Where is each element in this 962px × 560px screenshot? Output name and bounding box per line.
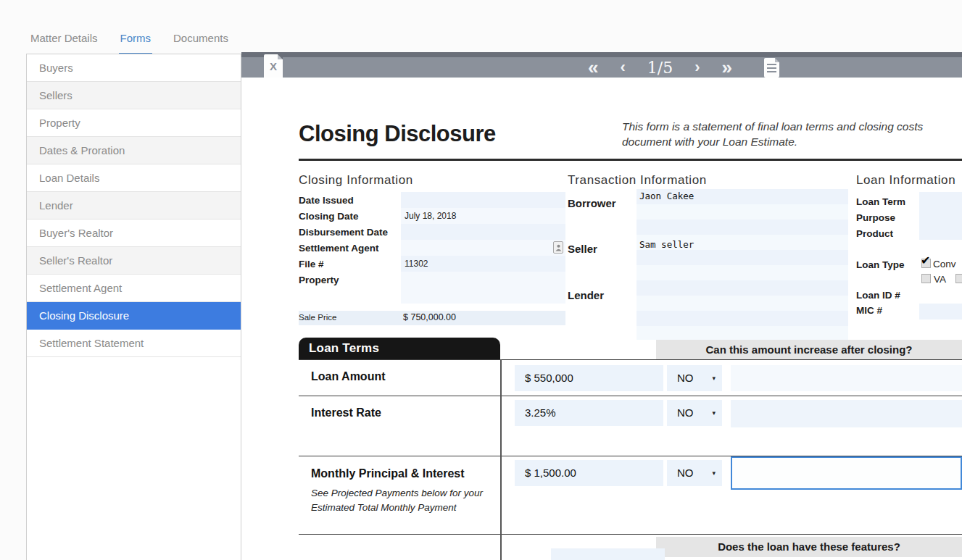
excel-export-icon[interactable]: X (264, 54, 283, 79)
closing-information-heading: Closing Information (299, 173, 413, 188)
tab-matter-details[interactable]: Matter Details (29, 28, 99, 54)
sale-price-value[interactable]: $ 750,000.00 (403, 312, 456, 322)
dropdown-caret-icon: ▾ (712, 460, 716, 486)
last-page-icon[interactable]: » (722, 58, 732, 77)
checkmark-icon: ✔ (921, 254, 930, 267)
next-page-icon[interactable]: › (694, 59, 700, 75)
dropdown-value: NO (677, 406, 694, 419)
sidebar-item-buyers-realtor[interactable]: Buyer's Realtor (27, 220, 241, 247)
file-number-field[interactable]: 11302 (401, 256, 565, 272)
loan-terms-heading: Loan Terms (299, 338, 500, 359)
interest-rate-increase-dropdown[interactable]: NO ▾ (667, 400, 722, 426)
page-title: Closing Disclosure (299, 121, 496, 147)
loan-id-label: Loan ID # (856, 290, 900, 301)
table-line (299, 534, 962, 535)
loan-type-va-checkbox[interactable] (921, 274, 931, 283)
loan-type-conventional-checkbox[interactable]: ✔ (921, 259, 931, 268)
loan-amount-detail-field[interactable] (731, 365, 962, 391)
header-divider (299, 159, 962, 161)
dropdown-caret-icon: ▾ (712, 365, 716, 391)
document-viewer: X « ‹ 1/5 › » Closing Disclosure This fo… (241, 52, 962, 560)
viewer-top-strip (241, 52, 962, 57)
sidebar-item-settlement-statement[interactable]: Settlement Statement (27, 330, 241, 357)
page-navigation: « ‹ 1/5 › » (588, 57, 779, 78)
borrower-value[interactable]: Jaon Cakee (639, 191, 694, 201)
monthly-pi-label: Monthly Principal & Interest (311, 467, 465, 480)
sidebar-item-property[interactable]: Property (27, 109, 241, 137)
page-indicator: 1/5 (647, 59, 673, 77)
settlement-agent-label: Settlement Agent (299, 243, 379, 254)
loan-type-conventional-label: Conv (933, 259, 956, 269)
sale-price-row: Sale Price $ 750,000.00 (299, 311, 565, 325)
prev-page-icon[interactable]: ‹ (620, 59, 625, 75)
forms-sidebar: Buyers Sellers Property Dates & Proratio… (26, 54, 241, 560)
tab-documents[interactable]: Documents (172, 28, 230, 54)
transaction-information-heading: Transaction Information (568, 173, 707, 188)
property-label: Property (299, 275, 339, 285)
increase-question-header: Can this amount increase after closing? (656, 340, 962, 359)
first-page-icon[interactable]: « (588, 58, 598, 77)
sidebar-item-settlement-agent[interactable]: Settlement Agent (27, 275, 241, 302)
table-column-divider (500, 359, 502, 560)
dropdown-value: NO (677, 372, 694, 384)
form-intro-text: This form is a statement of final loan t… (622, 119, 923, 149)
monthly-pi-detail-input[interactable] (731, 456, 962, 490)
closing-disclosure-page: Closing Disclosure This form is a statem… (241, 78, 962, 560)
tab-forms[interactable]: Forms (119, 28, 153, 54)
lender-label: Lender (568, 289, 604, 301)
sidebar-item-loan-details[interactable]: Loan Details (27, 164, 241, 192)
loan-info-fields-area[interactable] (919, 192, 962, 240)
sidebar-item-buyers[interactable]: Buyers (27, 54, 241, 82)
seller-label: Seller (568, 243, 597, 255)
date-issued-label: Date Issued (299, 195, 354, 206)
disbursement-date-label: Disbursement Date (299, 227, 388, 238)
mic-label: MIC # (856, 305, 882, 316)
loan-type-va-label: VA (934, 274, 946, 285)
features-field[interactable] (551, 548, 665, 560)
monthly-pi-note: See Projected Payments below for your Es… (311, 486, 483, 515)
sidebar-item-closing-disclosure[interactable]: Closing Disclosure (27, 302, 241, 330)
loan-type-label: Loan Type (856, 259, 905, 270)
form-intro-line2: document with your Loan Estimate. (622, 134, 923, 149)
property-field[interactable] (401, 272, 565, 304)
dropdown-value: NO (677, 467, 694, 479)
sidebar-item-lender[interactable]: Lender (27, 192, 241, 220)
interest-rate-label: Interest Rate (311, 406, 381, 419)
loan-amount-label: Loan Amount (311, 370, 386, 383)
loan-type-extra-checkbox[interactable] (955, 274, 962, 283)
interest-rate-detail-field[interactable] (731, 400, 962, 427)
table-line (299, 359, 962, 360)
transaction-fields-area[interactable] (637, 189, 848, 340)
monthly-pi-note-line1: See Projected Payments below for your (311, 486, 483, 501)
dropdown-caret-icon: ▾ (712, 400, 716, 426)
form-intro-line1: This form is a statement of final loan t… (622, 119, 923, 134)
features-question-header: Does the loan have these features? (656, 537, 962, 557)
top-nav-tabs: Matter Details Forms Documents (29, 28, 230, 54)
sidebar-item-sellers[interactable]: Sellers (27, 82, 241, 109)
person-icon (555, 244, 562, 251)
settlement-agent-field[interactable] (401, 240, 565, 256)
sale-price-label: Sale Price (299, 313, 336, 322)
closing-date-field[interactable]: July 18, 2018 (401, 208, 565, 224)
loan-information-heading: Loan Information (856, 173, 955, 188)
monthly-pi-field[interactable]: $ 1,500.00 (515, 460, 663, 486)
disbursement-date-field[interactable] (401, 224, 565, 240)
date-issued-field[interactable] (401, 192, 565, 208)
loan-amount-increase-dropdown[interactable]: NO ▾ (667, 365, 722, 391)
page-thumbnails-icon[interactable] (764, 58, 779, 78)
sidebar-item-sellers-realtor[interactable]: Seller's Realtor (27, 247, 241, 275)
sidebar-item-dates-proration[interactable]: Dates & Proration (27, 137, 241, 164)
loan-term-label: Loan Term (856, 196, 905, 207)
file-number-label: File # (299, 259, 324, 269)
product-label: Product (856, 228, 893, 239)
monthly-pi-increase-dropdown[interactable]: NO ▾ (667, 460, 722, 486)
interest-rate-field[interactable]: 3.25% (515, 400, 663, 426)
settlement-agent-lookup-button[interactable] (553, 241, 563, 254)
borrower-label: Borrower (568, 197, 616, 209)
seller-value[interactable]: Sam seller (639, 239, 694, 250)
mic-field[interactable] (919, 304, 962, 319)
table-line (299, 396, 962, 396)
loan-amount-field[interactable]: $ 550,000 (515, 365, 663, 391)
closing-date-label: Closing Date (299, 211, 359, 222)
monthly-pi-note-line2: Estimated Total Monthly Payment (311, 501, 483, 515)
